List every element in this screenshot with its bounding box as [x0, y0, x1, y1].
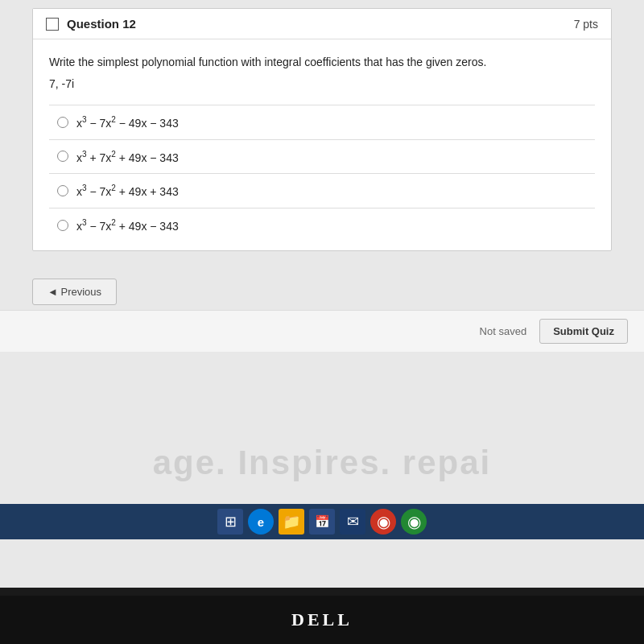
option-a-text: x3 − 7x2 − 49x − 343 [76, 115, 179, 130]
taskbar-chrome2-icon[interactable]: ◉ [401, 509, 427, 535]
watermark-text: age. Inspires. repai [153, 444, 492, 482]
question-points: 7 pts [574, 18, 598, 31]
option-c-text: x3 − 7x2 + 49x + 343 [76, 184, 179, 198]
question-text: Write the simplest polynomial function w… [49, 54, 595, 71]
question-card: Question 12 7 pts Write the simplest pol… [32, 8, 612, 251]
taskbar-mail-icon[interactable]: ✉ [340, 509, 365, 535]
radio-b[interactable] [57, 151, 68, 162]
question-body: Write the simplest polynomial function w… [33, 39, 611, 250]
option-d[interactable]: x3 − 7x2 + 49x − 343 [49, 208, 595, 242]
option-b-text: x3 + 7x2 + 49x − 343 [76, 150, 179, 164]
taskbar-start-icon[interactable]: ⊞ [217, 509, 243, 535]
taskbar-chrome1-icon[interactable]: ◉ [370, 509, 396, 535]
navigation-row: ◄ Previous [0, 274, 644, 310]
previous-button[interactable]: ◄ Previous [32, 279, 117, 305]
footer-bar: Not saved Submit Quiz [0, 310, 644, 352]
taskbar-edge-icon[interactable]: e [248, 509, 274, 535]
option-c[interactable]: x3 − 7x2 + 49x + 343 [49, 173, 595, 208]
watermark-area: age. Inspires. repai [0, 443, 644, 483]
options-list: x3 − 7x2 − 49x − 343 x3 + 7x2 + 49x − 34… [49, 105, 595, 242]
radio-d[interactable] [57, 220, 68, 231]
option-a[interactable]: x3 − 7x2 − 49x − 343 [49, 105, 595, 139]
radio-a[interactable] [57, 117, 68, 128]
taskbar-folder-icon[interactable]: 📁 [279, 509, 304, 535]
question-header: Question 12 7 pts [33, 9, 611, 39]
submit-quiz-button[interactable]: Submit Quiz [539, 319, 628, 344]
taskbar-calendar-icon[interactable]: 📅 [309, 509, 335, 535]
given-zeros: 7, -7i [49, 77, 595, 90]
not-saved-text: Not saved [480, 325, 527, 337]
taskbar: ⊞ e 📁 📅 ✉ ◉ ◉ [0, 504, 644, 539]
question-title: Question 12 [67, 17, 136, 31]
dell-bar: DELL [0, 596, 644, 644]
option-b[interactable]: x3 + 7x2 + 49x − 343 [49, 139, 595, 174]
option-d-text: x3 − 7x2 + 49x − 343 [76, 218, 179, 233]
checkbox-icon [46, 18, 59, 31]
radio-c[interactable] [57, 185, 68, 196]
dell-logo: DELL [291, 609, 353, 630]
